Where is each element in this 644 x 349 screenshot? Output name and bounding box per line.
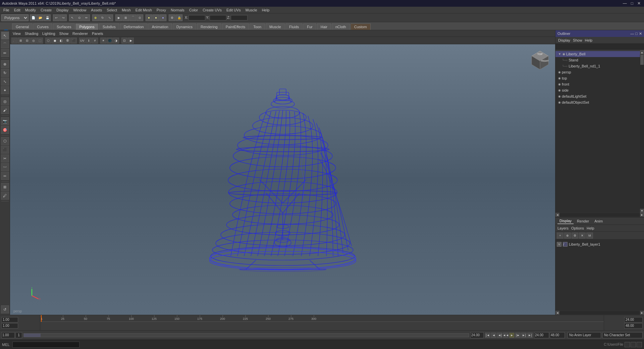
vp-playblast-btn[interactable]: ▶ — [128, 38, 134, 44]
camera-tool[interactable]: 📷 — [1, 117, 9, 125]
outliner-minimize-btn[interactable]: — — [630, 32, 634, 36]
total-start-field[interactable]: 24.00 — [534, 332, 549, 338]
new-file-btn[interactable]: 📄 — [30, 14, 37, 21]
tab-subdivs[interactable]: Subdivs — [99, 23, 119, 30]
snap-grid-btn[interactable]: ⊞ — [122, 14, 129, 21]
vp-bounding-btn[interactable]: ⬛ — [71, 38, 77, 44]
new-layer-from-sel-btn[interactable]: ⊕ — [564, 233, 571, 239]
tab-animation[interactable]: Animation — [148, 23, 172, 30]
select-arrow-tool[interactable]: ↖ — [1, 32, 9, 40]
tab-fur[interactable]: Fur — [303, 23, 316, 30]
close-button[interactable]: ✕ — [636, 1, 642, 6]
show-constraint-btn[interactable]: 🔒 — [176, 14, 182, 21]
rotate-tool-btn[interactable]: ↻ — [99, 14, 106, 21]
scroll-right-btn[interactable]: ► — [640, 213, 644, 217]
anim-layer-dropdown[interactable]: No Anim Layer — [568, 332, 601, 338]
menu-muscle[interactable]: Muscle — [244, 8, 259, 12]
vp-select-all-btn[interactable]: ⊞ — [18, 38, 24, 44]
tab-toon[interactable]: Toon — [250, 23, 265, 30]
light3-btn[interactable]: ● — [160, 14, 166, 21]
menu-modify[interactable]: Modify — [23, 8, 38, 12]
tree-item-bell-mesh[interactable]: └─○ Liberty_Bell_nd1_1 — [559, 63, 640, 69]
menu-edit[interactable]: Edit — [12, 8, 22, 12]
scroll-thumb[interactable] — [640, 55, 644, 65]
tree-item-liberty-bell[interactable]: ▼ ◉ Liberty_Bell — [555, 51, 640, 57]
channelbox-scrollbar-h[interactable]: ◄ ► — [555, 311, 644, 315]
vp-smooth-shade-btn[interactable]: ◼ — [52, 38, 58, 44]
crease-tool[interactable]: 〰 — [1, 163, 9, 171]
snap-curve-btn[interactable]: ⌒ — [129, 14, 136, 21]
step-back-frame-btn[interactable]: ◄| — [497, 333, 502, 338]
layer-options-btn[interactable]: ⚙ — [572, 233, 578, 239]
render-btn[interactable]: ▶ — [115, 14, 122, 21]
rotate-tool[interactable]: ↻ — [1, 69, 9, 77]
tree-item-persp[interactable]: ◉ persp — [555, 69, 640, 75]
cb-scroll-left-btn[interactable]: ◄ — [555, 311, 559, 315]
bridge-tool[interactable]: ═ — [1, 172, 9, 180]
scale-tool[interactable]: ⤡ — [1, 78, 9, 86]
vp-menu-view[interactable]: View — [13, 32, 21, 36]
hscroll-track[interactable] — [559, 213, 640, 216]
outliner-display-menu[interactable]: Display — [558, 38, 570, 42]
light1-btn[interactable]: ● — [146, 14, 152, 21]
delete-layer-btn[interactable]: ✕ — [579, 233, 586, 239]
scroll-track[interactable] — [640, 54, 644, 209]
vp-shade-wire-btn[interactable]: ◧ — [58, 38, 64, 44]
step-fwd-btn[interactable]: ►| — [521, 333, 527, 338]
undo-btn[interactable]: ↩ — [53, 14, 60, 21]
tab-general[interactable]: General — [12, 23, 33, 30]
tab-rendering[interactable]: Rendering — [197, 23, 221, 30]
outliner-maximize-btn[interactable]: □ — [635, 32, 638, 36]
cb-menu-options[interactable]: Options — [571, 226, 584, 230]
play-fwd-btn[interactable]: ► — [509, 333, 515, 338]
lasso-select-tool[interactable]: ⌒ — [1, 40, 9, 48]
menu-edit-uvs[interactable]: Edit UVs — [224, 8, 243, 12]
menu-display[interactable]: Display — [54, 8, 70, 12]
universal-manip-tool[interactable]: ✦ — [1, 86, 9, 94]
poly-modeling-tool[interactable]: ⬡ — [1, 137, 9, 145]
mode-selector[interactable]: Polygons Surfaces Dynamics Rendering — [1, 14, 29, 21]
tree-item-front[interactable]: ◉ front — [555, 81, 640, 87]
minimize-button[interactable]: — — [622, 1, 628, 6]
multi-cut-tool[interactable]: ✂ — [1, 154, 9, 162]
bottom-ctrl-1[interactable] — [625, 342, 630, 347]
save-file-btn[interactable]: 💾 — [44, 14, 51, 21]
paint-select-btn[interactable]: ✏ — [83, 14, 90, 21]
scroll-down-btn[interactable]: ▼ — [640, 209, 644, 213]
vp-menu-show[interactable]: Show — [59, 32, 69, 36]
vp-toggle-uvs-btn[interactable]: UV — [79, 38, 85, 44]
menu-create-uvs[interactable]: Create UVs — [201, 8, 224, 12]
char-set-dropdown[interactable]: No Character Set — [602, 332, 643, 338]
menu-proxy[interactable]: Proxy — [155, 8, 168, 12]
play-back-btn[interactable]: ◄◄ — [503, 333, 508, 338]
step-fwd-frame-btn[interactable]: |► — [515, 333, 521, 338]
menu-window[interactable]: Window — [71, 8, 88, 12]
layer-item[interactable]: V / Liberty_Bell_layer1 — [557, 241, 643, 248]
tab-surfaces[interactable]: Surfaces — [53, 23, 75, 30]
tab-painteffects[interactable]: PaintEffects — [222, 23, 249, 30]
tab-polygons[interactable]: Polygons — [75, 23, 98, 30]
menu-file[interactable]: File — [1, 8, 11, 12]
playback-end-field[interactable]: 24.00 — [470, 332, 484, 338]
new-layer-btn[interactable]: + — [557, 233, 564, 239]
timeline-ruler[interactable]: 1 25 50 75 100 125 150 17 — [40, 315, 604, 330]
tab-muscle[interactable]: Muscle — [266, 23, 285, 30]
cb-scroll-right-btn[interactable]: ► — [640, 311, 644, 315]
vp-resolution-btn[interactable]: ⊡ — [121, 38, 127, 44]
paint-weights-tool[interactable]: 🖊 — [1, 192, 9, 200]
cb-tab-anim[interactable]: Anim — [592, 218, 605, 224]
menu-edit-mesh[interactable]: Edit Mesh — [133, 8, 154, 12]
tab-deformation[interactable]: Deformation — [120, 23, 148, 30]
open-file-btn[interactable]: 📂 — [37, 14, 44, 21]
tree-item-top[interactable]: ◉ top — [555, 75, 640, 81]
vp-hud-btn[interactable]: ℹ — [86, 38, 92, 44]
vp-lights-btn[interactable]: ☀ — [100, 38, 106, 44]
lasso-tool-btn[interactable]: ⊙ — [76, 14, 83, 21]
tab-fluids[interactable]: Fluids — [285, 23, 303, 30]
redo-btn[interactable]: ↪ — [60, 14, 67, 21]
vp-hierarchy-btn[interactable]: ⊟ — [24, 38, 30, 44]
outliner-search-input[interactable] — [555, 44, 644, 50]
view-cube[interactable]: TOP RIGHT — [528, 48, 552, 71]
sculpt-tool[interactable]: 🖌 — [1, 106, 9, 114]
vp-points-btn[interactable]: ⦿ — [64, 38, 70, 44]
